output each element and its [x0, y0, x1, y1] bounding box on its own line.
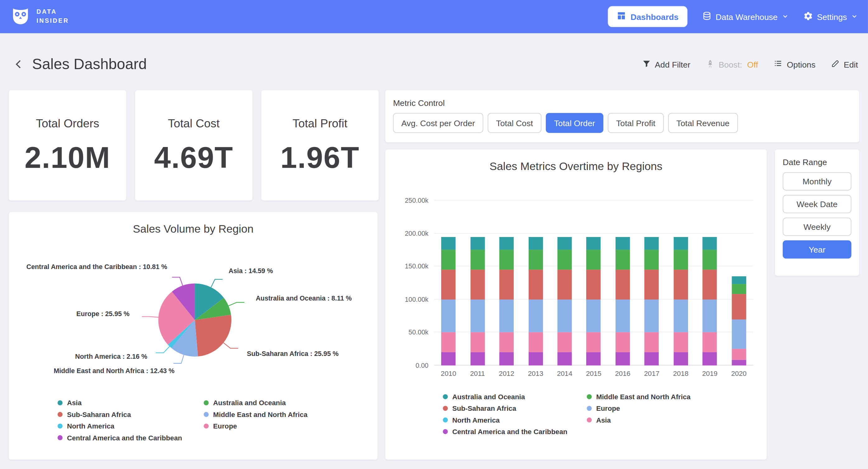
edit-button[interactable]: Edit [831, 59, 858, 69]
legend-label: Sub-Saharan Africa [67, 410, 131, 418]
bar-segment-middle-east-and-north-africa [703, 250, 717, 270]
kpi-label: Total Orders [36, 116, 99, 130]
brand-logo[interactable]: DATAINSIDER [10, 5, 69, 28]
legend-label: Middle East and North Africa [213, 410, 308, 418]
legend-color-dot [443, 406, 448, 411]
database-icon [702, 11, 712, 23]
legend-item-asia[interactable]: Asia [587, 414, 690, 426]
legend-item-central-america-and-the-caribbean[interactable]: Central America and the Caribbean [58, 432, 204, 443]
bar-chart-area: 0.0050.00k100.00k150.00k200.00k250.00k 2… [434, 201, 753, 378]
bar-segment-europe [470, 300, 485, 332]
bar-segment-australia-and-oceania [616, 237, 630, 250]
legend-item-north-america[interactable]: North America [443, 414, 587, 426]
bar-segment-australia-and-oceania [528, 237, 542, 250]
bar-segment-sub-saharan-africa [528, 270, 542, 299]
legend-item-sub-saharan-africa[interactable]: Sub-Saharan Africa [58, 409, 204, 420]
pie-chart-area: Asia : 14.59 % Australia and Oceania : 8… [9, 236, 377, 392]
pie-callout-4: North America : 2.16 % [75, 353, 147, 361]
metric-button-total-cost[interactable]: Total Cost [488, 113, 541, 133]
bar-segment-central-america-and-the-caribbean [470, 352, 485, 365]
pie-slice-sub-saharan-africa[interactable] [195, 315, 231, 357]
options-label: Options [787, 59, 815, 69]
options-button[interactable]: Options [774, 59, 816, 70]
nav-item-data-warehouse[interactable]: Data Warehouse [702, 11, 788, 23]
metric-control-label: Metric Control [393, 98, 851, 108]
legend-label: Sub-Saharan Africa [453, 405, 516, 412]
bar-column-2012[interactable] [492, 201, 521, 365]
boost-toggle[interactable]: Boost: Off [706, 59, 758, 69]
chevron-down-icon [851, 12, 858, 21]
bar-segment-sub-saharan-africa [703, 270, 717, 299]
metric-button-avg-cost-per-order[interactable]: Avg. Cost per Order [393, 113, 483, 133]
x-axis-label: 2015 [579, 370, 608, 378]
add-filter-button[interactable]: Add Filter [642, 59, 690, 69]
legend-color-dot [58, 435, 63, 440]
bar-segment-sub-saharan-africa [470, 270, 485, 299]
date-button-week-date[interactable]: Week Date [783, 195, 851, 213]
back-button[interactable] [10, 55, 28, 73]
metric-button-total-revenue[interactable]: Total Revenue [668, 113, 738, 133]
date-button-weekly[interactable]: Weekly [783, 218, 851, 236]
metric-button-total-order[interactable]: Total Order [546, 113, 603, 133]
page-header: Sales Dashboard Add Filter Boost: Off [0, 49, 868, 80]
pie-callout-1: Australia and Oceania : 8.11 % [256, 295, 351, 302]
legend-color-dot [587, 394, 592, 399]
kpi-row: Total Orders2.10MTotal Cost4.69TTotal Pr… [9, 90, 379, 201]
bar-segment-australia-and-oceania [645, 237, 659, 250]
bar-column-2014[interactable] [550, 201, 579, 365]
bar-column-2018[interactable] [666, 201, 695, 365]
bar-segment-sub-saharan-africa [674, 270, 688, 299]
bar-segment-asia [587, 332, 601, 353]
bar-segment-australia-and-oceania [703, 237, 717, 250]
bar-chart-card: Sales Metrics Overtime by Regions 0.0050… [385, 149, 767, 460]
legend-item-europe[interactable]: Europe [204, 420, 307, 432]
legend-item-sub-saharan-africa[interactable]: Sub-Saharan Africa [443, 403, 587, 414]
bar-column-2010[interactable] [434, 201, 463, 365]
date-button-year[interactable]: Year [783, 240, 851, 259]
bar-column-2016[interactable] [608, 201, 637, 365]
legend-item-australia-and-oceania[interactable]: Australia and Oceania [204, 397, 307, 409]
kpi-value: 1.96T [280, 140, 359, 174]
legend-item-asia[interactable]: Asia [58, 397, 204, 409]
bar-column-2020[interactable] [724, 201, 753, 365]
bar-segment-australia-and-oceania [674, 237, 688, 250]
boost-state: Off [747, 59, 758, 69]
bar-stack [587, 201, 601, 365]
legend-color-dot [58, 423, 63, 429]
bar-stack [441, 201, 456, 365]
bar-column-2011[interactable] [463, 201, 492, 365]
kpi-card-total-orders: Total Orders2.10M [9, 90, 126, 201]
bar-segment-middle-east-and-north-africa [470, 250, 485, 270]
bar-column-2017[interactable] [637, 201, 666, 365]
nav-item-settings[interactable]: Settings [803, 11, 858, 23]
bar-column-2013[interactable] [521, 201, 550, 365]
legend-item-middle-east-and-north-africa[interactable]: Middle East and North Africa [587, 391, 690, 402]
bar-segment-sub-saharan-africa [645, 270, 659, 299]
bar-segment-asia [441, 332, 456, 353]
legend-item-middle-east-and-north-africa[interactable]: Middle East and North Africa [204, 409, 307, 420]
bar-segment-europe [703, 300, 717, 332]
date-button-monthly[interactable]: Monthly [783, 172, 851, 190]
pencil-icon [831, 59, 840, 69]
legend-item-north-america[interactable]: North America [58, 420, 204, 432]
legend-item-europe[interactable]: Europe [587, 403, 690, 414]
legend-color-dot [58, 400, 63, 405]
bar-column-2019[interactable] [695, 201, 724, 365]
legend-label: Europe [213, 422, 237, 430]
metric-button-total-profit[interactable]: Total Profit [608, 113, 663, 133]
bar-stack [616, 201, 630, 365]
bar-segment-sub-saharan-africa [587, 270, 601, 299]
bar-column-2015[interactable] [579, 201, 608, 365]
legend-label: Middle East and North Africa [596, 393, 690, 401]
y-tick-label: 200.00k [386, 230, 428, 237]
x-axis-label: 2010 [434, 370, 463, 378]
x-axis-label: 2013 [521, 370, 550, 378]
pie-chart-card: Sales Volume by Region Asia : 14.59 % Au… [9, 212, 377, 460]
nav-item-dashboards[interactable]: Dashboards [608, 6, 687, 27]
bar-stack [470, 201, 485, 365]
bar-segment-central-america-and-the-caribbean [732, 360, 746, 365]
legend-item-australia-and-oceania[interactable]: Australia and Oceania [443, 391, 587, 402]
pie-legend-col-1: AsiaSub-Saharan AfricaNorth AmericaCentr… [58, 397, 204, 443]
pie-callout-3: Middle East and North Africa : 12.43 % [54, 367, 174, 375]
legend-item-central-america-and-the-caribbean[interactable]: Central America and the Caribbean [443, 426, 587, 437]
